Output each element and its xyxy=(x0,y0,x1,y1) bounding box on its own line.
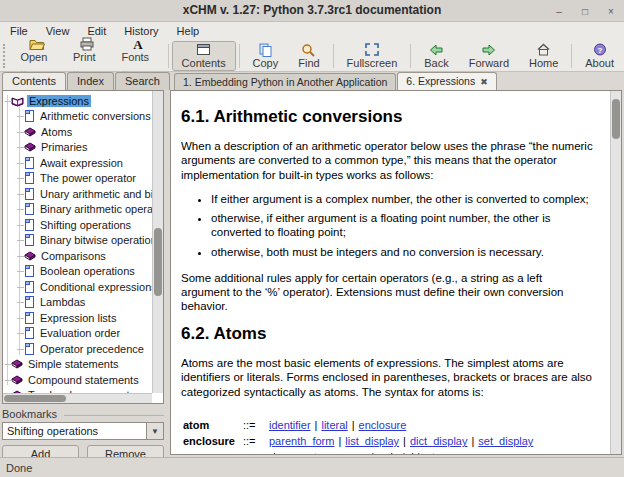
print-button[interactable]: Print .. xyxy=(63,41,112,71)
tree-item-label: Compound statements xyxy=(26,374,141,386)
print-button-label: Print .. xyxy=(73,51,102,75)
toolbar-separator xyxy=(239,44,240,68)
menu-help[interactable]: Help xyxy=(177,25,200,37)
grammar-operator: ::= xyxy=(243,417,269,433)
contents-toggle-button[interactable]: Contents xyxy=(172,41,236,71)
tree-vertical-scrollbar-thumb[interactable] xyxy=(154,228,162,296)
tree-item-expression-lists[interactable]: Expression lists xyxy=(3,310,152,326)
home-button[interactable]: Home xyxy=(519,41,568,71)
chevron-down-icon[interactable]: ▼ xyxy=(146,422,164,440)
tree-item-boolean-operations[interactable]: Boolean operations xyxy=(3,264,152,280)
navigation-tabs: Contents Index Search xyxy=(2,72,171,90)
fonts-button[interactable]: A Fonts .. xyxy=(112,41,165,71)
tree-item-operator-precedence[interactable]: Operator precedence xyxy=(3,341,152,357)
about-button-label: About xyxy=(585,57,614,69)
menu-file[interactable]: File xyxy=(10,25,28,37)
tree-item-label: Expression lists xyxy=(38,312,118,324)
bookmarks-combobox-value[interactable]: Shifting operations xyxy=(2,422,146,440)
tree-horizontal-scrollbar-thumb[interactable] xyxy=(4,395,66,402)
link-list-display[interactable]: list_display xyxy=(345,435,399,447)
menu-history[interactable]: History xyxy=(124,25,158,37)
grammar-block: atom ::= identifier|literal|enclosure en… xyxy=(183,417,593,455)
doc-tab-embedding-python[interactable]: 1. Embedding Python in Another Applicati… xyxy=(174,73,396,90)
minimize-button[interactable]: – xyxy=(552,6,566,17)
grammar-pipe: | xyxy=(315,419,318,431)
tab-index[interactable]: Index xyxy=(67,72,114,90)
copy-button[interactable]: Copy xyxy=(243,41,289,71)
tab-contents[interactable]: Contents xyxy=(2,72,66,90)
close-tab-icon[interactable]: ✖ xyxy=(480,77,488,87)
maximize-button[interactable]: □ xyxy=(578,6,592,17)
grammar-definitions: |generator_expression|yield_atom xyxy=(269,449,450,455)
tree-item-unary-arithmetic[interactable]: Unary arithmetic and bitwis xyxy=(3,186,152,202)
bookmarks-section: Bookmarks Shifting operations ▼ Add Remo… xyxy=(2,408,164,457)
toolbar-separator xyxy=(410,44,411,68)
tree-item-label: Boolean operations xyxy=(38,265,137,277)
link-set-display[interactable]: set_display xyxy=(478,435,533,447)
fullscreen-button[interactable]: Fullscreen xyxy=(337,41,408,71)
contents-panel-icon xyxy=(196,43,211,57)
tree-item-comparisons[interactable]: Comparisons xyxy=(3,248,152,264)
link-parenth-form[interactable]: parenth_form xyxy=(269,435,334,447)
tab-search[interactable]: Search xyxy=(115,72,170,90)
page-icon xyxy=(24,219,35,231)
find-button[interactable]: Find xyxy=(288,41,329,71)
tree-item-power-operator[interactable]: The power operator xyxy=(3,171,152,187)
book-icon xyxy=(11,374,23,386)
tree-item-atoms[interactable]: Atoms xyxy=(3,124,152,140)
tree-item-primaries[interactable]: Primaries xyxy=(3,140,152,156)
bullet-item: otherwise, if either argument is a float… xyxy=(211,211,593,239)
tree-item-arithmetic-conversions[interactable]: Arithmetic conversions xyxy=(3,109,152,125)
tree-item-lambdas[interactable]: Lambdas xyxy=(3,295,152,311)
tree-item-conditional-expressions[interactable]: Conditional expressions xyxy=(3,279,152,295)
tree-item-label: Unary arithmetic and bitwis xyxy=(38,188,164,200)
tree-item-evaluation-order[interactable]: Evaluation order xyxy=(3,326,152,342)
open-button[interactable]: Open .. xyxy=(10,41,63,71)
link-yield-atom[interactable]: yield_atom xyxy=(397,451,450,455)
page-icon xyxy=(24,265,35,277)
forward-button[interactable]: Forward xyxy=(459,41,519,71)
about-button[interactable]: ? About xyxy=(575,41,624,71)
tree-item-binary-arithmetic[interactable]: Binary arithmetic operation xyxy=(3,202,152,218)
menu-view[interactable]: View xyxy=(46,25,70,37)
link-identifier[interactable]: identifier xyxy=(269,419,311,431)
tree-item-shifting-operations[interactable]: Shifting operations xyxy=(3,217,152,233)
doc-tab-label: 1. Embedding Python in Another Applicati… xyxy=(183,76,387,88)
bookmarks-legend: Bookmarks xyxy=(2,408,164,420)
fullscreen-button-label: Fullscreen xyxy=(347,57,398,69)
link-enclosure[interactable]: enclosure xyxy=(359,419,407,431)
content-vertical-scrollbar-thumb[interactable] xyxy=(612,99,620,139)
fonts-icon: A xyxy=(130,37,146,51)
page-icon xyxy=(24,281,35,293)
menu-edit[interactable]: Edit xyxy=(87,25,106,37)
about-help-icon: ? xyxy=(593,43,607,57)
close-button[interactable]: × xyxy=(604,6,618,17)
toolbar: Open .. Print .. A Fonts .. Contents Cop… xyxy=(0,40,624,72)
tree-horizontal-scrollbar[interactable] xyxy=(3,393,152,403)
content-vertical-scrollbar[interactable] xyxy=(610,91,621,454)
book-icon xyxy=(24,126,36,138)
tab-index-label: Index xyxy=(77,75,104,87)
link-generator-expression[interactable]: generator_expression xyxy=(280,451,386,455)
forward-button-label: Forward xyxy=(469,57,509,69)
tree-vertical-scrollbar[interactable] xyxy=(152,91,163,393)
tree-item-await-expression[interactable]: Await expression xyxy=(3,155,152,171)
doc-tab-expressions[interactable]: 6. Expressions✖ xyxy=(397,72,496,90)
fullscreen-icon xyxy=(365,43,379,57)
toolbar-separator xyxy=(333,44,334,68)
book-icon xyxy=(24,250,36,262)
toolbar-grip-handle[interactable] xyxy=(3,44,10,68)
contents-button-label: Contents xyxy=(182,57,226,69)
page-icon xyxy=(24,188,35,200)
grammar-row: enclosure ::= parenth_form|list_display|… xyxy=(183,433,593,449)
tree-item-expressions[interactable]: Expressions xyxy=(3,93,152,109)
find-button-label: Find xyxy=(298,57,319,69)
open-folder-icon xyxy=(29,37,45,51)
tree-item-binary-bitwise[interactable]: Binary bitwise operations xyxy=(3,233,152,249)
back-button[interactable]: Back xyxy=(414,41,458,71)
tree-item-simple-statements[interactable]: Simple statements xyxy=(3,357,152,373)
tree-item-compound-statements[interactable]: Compound statements xyxy=(3,372,152,388)
bookmarks-combobox[interactable]: Shifting operations ▼ xyxy=(2,422,164,440)
link-dict-display[interactable]: dict_display xyxy=(410,435,467,447)
link-literal[interactable]: literal xyxy=(321,419,347,431)
